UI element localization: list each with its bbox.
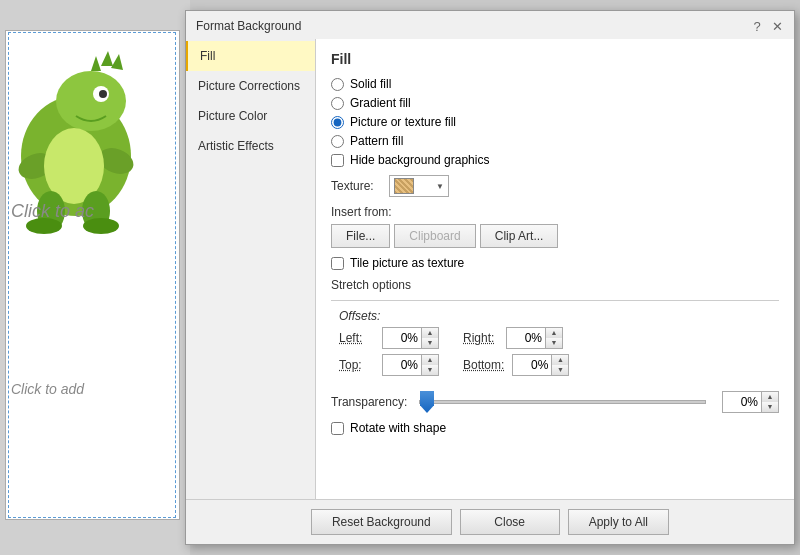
pattern-fill-radio[interactable] <box>331 135 344 148</box>
sidebar-item-fill[interactable]: Fill <box>186 41 315 71</box>
dialog-sidebar: Fill Picture Corrections Picture Color A… <box>186 39 316 512</box>
top-up-button[interactable]: ▲ <box>422 355 438 365</box>
texture-label: Texture: <box>331 179 381 193</box>
transparency-up-button[interactable]: ▲ <box>762 392 778 402</box>
texture-preview <box>394 178 414 194</box>
right-down-button[interactable]: ▼ <box>546 338 562 348</box>
texture-dropdown[interactable]: ▼ <box>389 175 449 197</box>
slide-canvas: Click to ac Click to add <box>5 30 180 520</box>
insert-from-section: Insert from: File... Clipboard Clip Art.… <box>331 205 779 248</box>
sidebar-item-artistic-effects[interactable]: Artistic Effects <box>186 131 315 161</box>
transparency-slider-track[interactable] <box>419 400 706 404</box>
close-title-button[interactable]: ✕ <box>768 17 786 35</box>
stretch-divider <box>331 300 779 301</box>
hide-background-row: Hide background graphics <box>331 153 779 167</box>
clipboard-button[interactable]: Clipboard <box>394 224 475 248</box>
dialog-controls: ? ✕ <box>748 17 786 35</box>
transparency-spinner-buttons: ▲ ▼ <box>761 392 778 412</box>
transparency-slider-thumb[interactable] <box>420 391 434 413</box>
svg-marker-13 <box>111 54 123 70</box>
solid-fill-row: Solid fill <box>331 77 779 91</box>
bottom-value-input[interactable] <box>513 355 551 375</box>
apply-to-all-button[interactable]: Apply to All <box>568 509 669 535</box>
file-button[interactable]: File... <box>331 224 390 248</box>
close-button[interactable]: Close <box>460 509 560 535</box>
tile-picture-row: Tile picture as texture <box>331 256 779 270</box>
hide-background-label: Hide background graphics <box>350 153 489 167</box>
insert-buttons: File... Clipboard Clip Art... <box>331 224 779 248</box>
fill-panel: Fill Solid fill Gradient fill Picture or… <box>316 39 794 512</box>
left-up-button[interactable]: ▲ <box>422 328 438 338</box>
transparency-spinner: ▲ ▼ <box>722 391 779 413</box>
picture-texture-fill-radio[interactable] <box>331 116 344 129</box>
stretch-options-title: Stretch options <box>331 278 779 292</box>
bottom-spinner-buttons: ▲ ▼ <box>551 355 568 375</box>
top-bottom-offset-row: Top: ▲ ▼ Bottom: ▲ <box>339 354 779 376</box>
rotate-with-shape-label: Rotate with shape <box>350 421 446 435</box>
dropdown-arrow-icon: ▼ <box>436 182 444 191</box>
transparency-label: Transparency: <box>331 395 411 409</box>
texture-row: Texture: ▼ <box>331 175 779 197</box>
hide-background-checkbox[interactable] <box>331 154 344 167</box>
top-value-input[interactable] <box>383 355 421 375</box>
right-value-input[interactable] <box>507 328 545 348</box>
stretch-options-section: Stretch options Offsets: Left: ▲ ▼ <box>331 278 779 376</box>
left-spinner-buttons: ▲ ▼ <box>421 328 438 348</box>
insert-from-label: Insert from: <box>331 205 779 219</box>
bottom-label: Bottom: <box>463 358 504 372</box>
tile-picture-checkbox[interactable] <box>331 257 344 270</box>
dialog-titlebar: Format Background ? ✕ <box>186 11 794 39</box>
bottom-up-button[interactable]: ▲ <box>552 355 568 365</box>
svg-marker-11 <box>91 56 101 71</box>
picture-texture-fill-row: Picture or texture fill <box>331 115 779 129</box>
reset-background-button[interactable]: Reset Background <box>311 509 452 535</box>
transparency-slider-container <box>419 392 706 412</box>
gradient-fill-row: Gradient fill <box>331 96 779 110</box>
format-background-dialog: Format Background ? ✕ Fill Picture Corre… <box>185 10 795 545</box>
left-down-button[interactable]: ▼ <box>422 338 438 348</box>
fill-options: Solid fill Gradient fill Picture or text… <box>331 77 779 148</box>
help-button[interactable]: ? <box>748 17 766 35</box>
dialog-body: Fill Picture Corrections Picture Color A… <box>186 39 794 512</box>
left-right-offset-row: Left: ▲ ▼ Right: ▲ <box>339 327 779 349</box>
left-spinner: ▲ ▼ <box>382 327 439 349</box>
offsets-section: Offsets: Left: ▲ ▼ Right: <box>331 309 779 376</box>
transparency-value-input[interactable] <box>723 392 761 412</box>
bottom-down-button[interactable]: ▼ <box>552 365 568 375</box>
dialog-title: Format Background <box>196 19 301 33</box>
top-down-button[interactable]: ▼ <box>422 365 438 375</box>
solid-fill-radio[interactable] <box>331 78 344 91</box>
transparency-row: Transparency: ▲ ▼ <box>331 391 779 413</box>
right-up-button[interactable]: ▲ <box>546 328 562 338</box>
fill-title: Fill <box>331 51 779 67</box>
clip-art-button[interactable]: Clip Art... <box>480 224 559 248</box>
gradient-fill-radio[interactable] <box>331 97 344 110</box>
picture-texture-fill-label: Picture or texture fill <box>350 115 456 129</box>
bottom-spinner: ▲ ▼ <box>512 354 569 376</box>
right-label: Right: <box>463 331 498 345</box>
top-spinner: ▲ ▼ <box>382 354 439 376</box>
pattern-fill-row: Pattern fill <box>331 134 779 148</box>
left-label: Left: <box>339 331 374 345</box>
transparency-down-button[interactable]: ▼ <box>762 402 778 412</box>
rotate-with-shape-checkbox[interactable] <box>331 422 344 435</box>
right-spinner: ▲ ▼ <box>506 327 563 349</box>
pattern-fill-label: Pattern fill <box>350 134 403 148</box>
solid-fill-label: Solid fill <box>350 77 391 91</box>
sidebar-item-picture-color[interactable]: Picture Color <box>186 101 315 131</box>
sidebar-item-picture-corrections[interactable]: Picture Corrections <box>186 71 315 101</box>
gradient-fill-label: Gradient fill <box>350 96 411 110</box>
tile-picture-label: Tile picture as texture <box>350 256 464 270</box>
left-value-input[interactable] <box>383 328 421 348</box>
rotate-with-shape-row: Rotate with shape <box>331 421 779 435</box>
svg-marker-12 <box>101 51 113 66</box>
right-spinner-buttons: ▲ ▼ <box>545 328 562 348</box>
svg-point-3 <box>99 90 107 98</box>
click-placeholder-1: Click to ac <box>11 201 171 222</box>
slide-background: Click to ac Click to add <box>0 0 190 555</box>
offsets-title: Offsets: <box>339 309 779 323</box>
top-spinner-buttons: ▲ ▼ <box>421 355 438 375</box>
dialog-footer: Reset Background Close Apply to All <box>186 499 794 544</box>
click-placeholder-2: Click to add <box>11 381 171 397</box>
top-label: Top: <box>339 358 374 372</box>
